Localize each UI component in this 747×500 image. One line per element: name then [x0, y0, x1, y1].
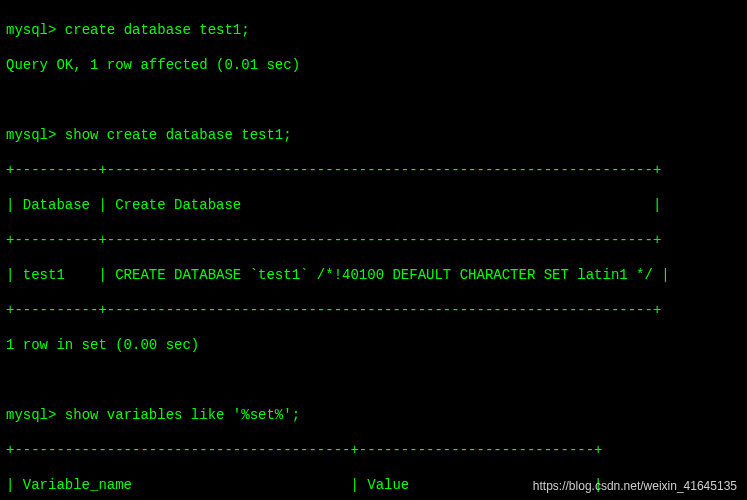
terminal-output[interactable]: mysql> create database test1; Query OK, … [0, 0, 747, 500]
blank [6, 372, 741, 390]
table1-border-top: +----------+----------------------------… [6, 162, 741, 180]
table1-data: | test1 | CREATE DATABASE `test1` /*!401… [6, 267, 741, 285]
table1-header: | Database | Create Database | [6, 197, 741, 215]
table1-footer: 1 row in set (0.00 sec) [6, 337, 741, 355]
table1-border-mid: +----------+----------------------------… [6, 232, 741, 250]
watermark-text: https://blog.csdn.net/weixin_41645135 [533, 479, 737, 494]
response-1: Query OK, 1 row affected (0.01 sec) [6, 57, 741, 75]
cmd-line-1: mysql> create database test1; [6, 22, 741, 40]
blank [6, 92, 741, 110]
table2-border-top: +---------------------------------------… [6, 442, 741, 460]
table1-border-bot: +----------+----------------------------… [6, 302, 741, 320]
cmd-line-2: mysql> show create database test1; [6, 127, 741, 145]
cmd-line-3: mysql> show variables like '%set%'; [6, 407, 741, 425]
